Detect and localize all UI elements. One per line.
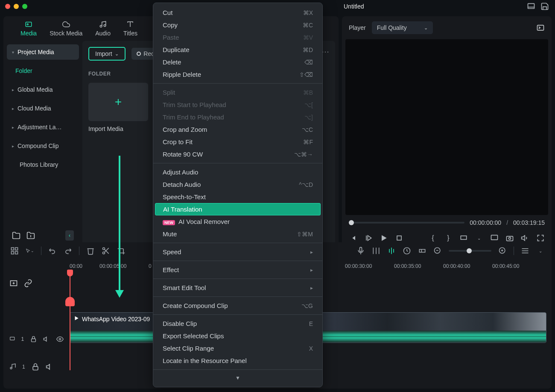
volume-icon[interactable] <box>521 234 529 242</box>
cloud-icon <box>61 20 71 28</box>
marker-add-icon[interactable] <box>387 247 396 255</box>
zoom-in-icon[interactable] <box>498 247 507 255</box>
ruler-mark: 00:00:05:00 <box>99 263 126 269</box>
ctx-detach-audio[interactable]: Detach Audio^⌥D <box>153 178 322 191</box>
ctx-effect[interactable]: Effect▸ <box>153 264 322 276</box>
sidebar-item-photos-library[interactable]: Photos Library <box>7 157 79 172</box>
chevron-down-icon[interactable]: ⌄ <box>536 247 545 255</box>
mute-icon[interactable] <box>43 335 50 343</box>
zoom-out-icon[interactable] <box>433 247 442 255</box>
ctx-ai-translation[interactable]: AI Translation <box>155 203 321 215</box>
play-button[interactable] <box>380 234 388 242</box>
svg-point-3 <box>27 24 28 25</box>
delete-icon[interactable] <box>86 247 95 255</box>
sidebar-item-compound-clip[interactable]: ▸Compound Clip <box>7 138 79 154</box>
ruler-mark: 0 <box>149 263 152 269</box>
cut-icon[interactable] <box>102 247 110 255</box>
compare-icon[interactable] <box>536 23 545 32</box>
ctx-disable-clip[interactable]: Disable ClipE <box>153 317 322 330</box>
scrub-bar[interactable] <box>349 222 464 224</box>
sidebar-item-global-media[interactable]: ▸Global Media <box>7 82 79 97</box>
video-track-icon <box>9 336 15 343</box>
zoom-slider[interactable] <box>449 250 491 252</box>
ctx-create-compound[interactable]: Create Compound Clip⌥G <box>153 299 322 312</box>
stop-button[interactable] <box>395 234 403 242</box>
mark-in-button[interactable]: { <box>429 234 437 242</box>
layout-icon[interactable] <box>527 2 535 11</box>
save-icon[interactable] <box>540 2 549 11</box>
ctx-adjust-audio[interactable]: Adjust Audio <box>153 166 322 178</box>
chevron-right-icon: ▸ <box>12 144 14 148</box>
ctx-crop-fit[interactable]: Crop to Fit⌘F <box>153 136 322 148</box>
tab-media[interactable]: Media <box>20 20 37 37</box>
ctx-smart-edit[interactable]: Smart Edit Tool▸ <box>153 282 322 294</box>
text-icon <box>126 20 135 28</box>
lock-icon[interactable] <box>31 363 40 371</box>
track-add-icon[interactable] <box>9 279 18 287</box>
ctx-select-range[interactable]: Select Clip RangeX <box>153 342 322 354</box>
marker-button[interactable] <box>459 234 468 242</box>
sidebar-item-folder[interactable]: Folder <box>7 63 79 78</box>
ctx-cut[interactable]: Cut⌘X <box>153 6 322 19</box>
mark-out-button[interactable]: } <box>444 234 453 242</box>
chevron-right-icon: ▸ <box>310 285 313 291</box>
ctx-expand[interactable]: ▼ <box>153 372 322 383</box>
playhead[interactable] <box>70 273 70 370</box>
ctx-rotate[interactable]: Rotate 90 CW⌥⌘→ <box>153 148 322 160</box>
ctx-ripple-delete[interactable]: Ripple Delete⇧⌫ <box>153 68 322 81</box>
ctx-speed[interactable]: Speed▸ <box>153 246 322 258</box>
video-preview[interactable] <box>345 39 548 215</box>
maximize-window-button[interactable] <box>22 4 27 9</box>
speed-icon[interactable] <box>403 247 411 255</box>
mute-icon[interactable] <box>46 363 54 371</box>
eye-icon[interactable] <box>56 335 64 343</box>
sidebar-item-cloud-media[interactable]: ▸Cloud Media <box>7 101 79 116</box>
redo-icon[interactable] <box>64 247 72 255</box>
timeline-marker[interactable] <box>65 297 75 306</box>
ctx-crop-zoom[interactable]: Crop and Zoom⌥C <box>153 123 322 136</box>
lock-icon[interactable] <box>30 335 37 343</box>
prev-frame-button[interactable] <box>349 234 357 242</box>
sidebar-item-adjustment-layer[interactable]: ▸Adjustment La… <box>7 119 79 135</box>
sidebar-item-project-media[interactable]: ▾Project Media <box>7 44 79 60</box>
voiceover-icon[interactable] <box>356 247 365 255</box>
list-view-icon[interactable] <box>521 247 529 255</box>
new-bin-icon[interactable] <box>26 231 35 240</box>
ctx-copy[interactable]: Copy⌘C <box>153 19 322 31</box>
svg-point-51 <box>59 338 61 340</box>
tab-stock-media[interactable]: Stock Media <box>50 20 82 37</box>
chevron-down-icon: ⌄ <box>115 51 119 57</box>
undo-icon[interactable] <box>48 247 57 255</box>
play-pause-button[interactable] <box>364 234 373 242</box>
close-window-button[interactable] <box>5 4 10 9</box>
import-media-tile[interactable]: + <box>88 83 148 121</box>
keyframe-icon[interactable] <box>418 247 426 255</box>
svg-point-16 <box>509 237 511 239</box>
ctx-export-clips[interactable]: Export Selected Clips <box>153 330 322 342</box>
grid-icon[interactable] <box>10 247 19 255</box>
pointer-icon[interactable]: ⌄ <box>26 247 34 255</box>
collapse-sidebar-button[interactable]: ‹ <box>65 230 74 241</box>
import-button[interactable]: Import⌄ <box>88 47 126 61</box>
snapshot-icon[interactable] <box>505 234 514 242</box>
ctx-ai-vocal-remover[interactable]: NEWAI Vocal Remover <box>153 215 322 228</box>
minimize-window-button[interactable] <box>14 4 19 9</box>
quality-select[interactable]: Full Quality ⌄ <box>372 21 433 34</box>
tab-audio[interactable]: Audio <box>95 20 111 37</box>
ctx-mute[interactable]: Mute⇧⌘M <box>153 228 322 240</box>
display-icon[interactable] <box>490 234 499 242</box>
link-icon[interactable] <box>24 279 32 287</box>
audio-mixer-icon[interactable] <box>372 247 380 255</box>
ctx-locate[interactable]: Locate in the Resource Panel <box>153 354 322 367</box>
fullscreen-icon[interactable] <box>536 234 545 242</box>
chevron-down-icon[interactable]: ⌄ <box>475 234 483 242</box>
svg-rect-19 <box>15 248 18 250</box>
crop-icon[interactable] <box>117 247 126 255</box>
ctx-delete[interactable]: Delete⌫ <box>153 56 322 68</box>
ctx-duplicate[interactable]: Duplicate⌘D <box>153 44 322 56</box>
time-total: 00:03:19:15 <box>513 219 545 226</box>
new-folder-icon[interactable] <box>12 231 20 240</box>
ctx-speech-to-text[interactable]: Speech-to-Text <box>153 191 322 203</box>
tab-titles[interactable]: Titles <box>123 20 137 37</box>
svg-rect-12 <box>397 236 401 240</box>
